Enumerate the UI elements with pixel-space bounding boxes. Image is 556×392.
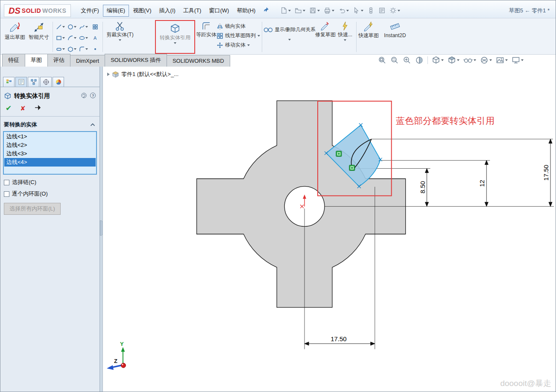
spline-tool-button[interactable] bbox=[78, 21, 89, 32]
smart-dimension-button[interactable]: 智能尺寸 bbox=[27, 20, 51, 54]
solidworks-window: DS SOLIDWORKS 文件(F) 编辑(E) 视图(V) 插入(I) 工具… bbox=[0, 0, 556, 392]
list-item-edge3[interactable]: 边线<3> bbox=[4, 149, 96, 158]
tab-evaluate[interactable]: 评估 bbox=[47, 54, 70, 67]
graphics-area[interactable]: 零件1 (默认<<默认>_... bbox=[103, 67, 556, 392]
line-tool-button[interactable] bbox=[55, 21, 66, 32]
ellipse-tool-button[interactable] bbox=[78, 32, 89, 44]
menu-tools[interactable]: 工具(T) bbox=[179, 5, 205, 17]
menu-window[interactable]: 窗口(W) bbox=[205, 5, 233, 17]
dimension-17-50-horizontal[interactable]: 17.50 bbox=[331, 335, 346, 342]
ok-button[interactable]: ✔ bbox=[6, 105, 12, 112]
inner-loops-checkbox-row[interactable]: 逐个内环面(O) bbox=[0, 186, 99, 198]
entities-to-convert-group[interactable]: 要转换的实体 bbox=[0, 117, 99, 130]
propertymanager-tab[interactable] bbox=[15, 77, 27, 87]
menu-edit[interactable]: 编辑(E) bbox=[103, 5, 129, 17]
list-item-edge2[interactable]: 边线<2> bbox=[4, 141, 96, 149]
rapid-sketch-button[interactable]: 快速草图 bbox=[358, 20, 379, 54]
entities-listbox[interactable]: 边线<1> 边线<2> 边线<3> 边线<4> bbox=[3, 131, 97, 175]
instant2d-button[interactable]: Instant2D bbox=[379, 20, 411, 54]
orientation-triad: Y Z bbox=[107, 341, 126, 370]
rapid-sketch-icon bbox=[363, 21, 374, 32]
property-manager-title: 转换实体引用 bbox=[14, 92, 50, 100]
edit-appearance-button[interactable] bbox=[480, 56, 492, 64]
manager-pane-tabs bbox=[0, 67, 99, 87]
hide-show-items-button[interactable] bbox=[463, 56, 476, 64]
panel-splitter[interactable] bbox=[100, 67, 103, 392]
polygon-tool-button[interactable] bbox=[66, 44, 78, 55]
arc-tool-button[interactable] bbox=[66, 32, 78, 44]
dimxpert-manager-tab[interactable] bbox=[40, 77, 52, 87]
slot-tool-button[interactable] bbox=[55, 44, 66, 55]
rebuild-button[interactable] bbox=[366, 6, 376, 15]
main-menus: 文件(F) 编辑(E) 视图(V) 插入(I) 工具(T) 窗口(W) 帮助(H… bbox=[77, 5, 259, 17]
repair-sketch-button[interactable]: 修复草图 bbox=[315, 20, 336, 54]
list-item-edge1[interactable]: 边线<1> bbox=[4, 132, 96, 141]
fillet-tool-button[interactable] bbox=[78, 44, 89, 55]
mirror-entities-button[interactable]: 镜向实体 bbox=[217, 23, 260, 30]
select-button[interactable] bbox=[351, 6, 365, 15]
menu-view[interactable]: 视图(V) bbox=[129, 5, 155, 17]
pin-menu-icon[interactable] bbox=[263, 6, 269, 15]
options-button[interactable] bbox=[388, 6, 401, 15]
solidworks-logo: DS SOLIDWORKS bbox=[4, 4, 71, 17]
save-button[interactable] bbox=[308, 6, 321, 15]
display-delete-relations-button[interactable]: 显示/删除几何关系 bbox=[264, 20, 315, 54]
pattern-tool-button[interactable] bbox=[89, 21, 101, 32]
trim-entities-button[interactable]: 剪裁实体(T) bbox=[105, 20, 135, 54]
display-manager-tab[interactable] bbox=[53, 77, 64, 87]
tab-mbd[interactable]: SOLIDWORKS MBD bbox=[167, 55, 230, 67]
quick-snaps-button[interactable]: 快速... bbox=[336, 20, 354, 54]
splitter-handle[interactable] bbox=[100, 220, 103, 236]
select-all-inner-loops-button[interactable]: 选择所有内环面(L) bbox=[4, 203, 61, 215]
undo-button[interactable] bbox=[337, 6, 350, 15]
select-chain-checkbox[interactable] bbox=[4, 180, 9, 185]
dimxpert-icon bbox=[43, 79, 50, 85]
configuration-icon bbox=[30, 79, 37, 85]
inner-loops-label: 逐个内环面(O) bbox=[12, 190, 48, 198]
file-properties-button[interactable] bbox=[377, 6, 387, 15]
tab-features[interactable]: 特征 bbox=[2, 54, 25, 67]
convert-entities-button[interactable]: 转换实体引用 bbox=[158, 22, 192, 44]
tab-dimxpert[interactable]: DimXpert bbox=[70, 55, 105, 67]
linear-pattern-button[interactable]: 线性草图阵列 bbox=[217, 32, 260, 39]
inner-loops-checkbox[interactable] bbox=[4, 191, 9, 197]
help-button[interactable]: ? bbox=[90, 92, 96, 100]
view-settings-button[interactable] bbox=[512, 56, 524, 64]
tab-sketch[interactable]: 草图 bbox=[25, 54, 48, 67]
dimension-8-50[interactable]: 8.50 bbox=[419, 181, 426, 193]
apply-scene-button[interactable] bbox=[496, 56, 508, 64]
detail-preview-button[interactable] bbox=[81, 92, 87, 100]
circle-tool-button[interactable] bbox=[66, 21, 78, 32]
select-chain-checkbox-row[interactable]: 选择链(C) bbox=[0, 175, 99, 186]
repair-sketch-label: 修复草图 bbox=[315, 32, 336, 38]
menu-help[interactable]: 帮助(H) bbox=[233, 5, 259, 17]
keep-visible-pin-button[interactable] bbox=[34, 104, 41, 112]
display-delete-relations-label: 显示/删除几何关系 bbox=[275, 26, 315, 32]
list-item-edge4[interactable]: 边线<4> bbox=[4, 158, 96, 167]
exit-sketch-button[interactable]: 退出草图 bbox=[3, 20, 27, 54]
dimension-17-50-vertical[interactable]: 17.50 bbox=[542, 165, 550, 181]
text-tool-button[interactable]: A bbox=[89, 32, 101, 44]
menu-insert[interactable]: 插入(I) bbox=[155, 5, 179, 17]
display-style-button[interactable] bbox=[448, 56, 459, 64]
convert-entities-highlight-box: 转换实体引用 bbox=[155, 20, 195, 54]
section-view-button[interactable] bbox=[415, 56, 424, 64]
rectangle-tool-button[interactable] bbox=[55, 32, 66, 44]
point-tool-button[interactable] bbox=[89, 44, 101, 55]
cancel-button[interactable]: ✘ bbox=[20, 105, 26, 111]
move-entities-button[interactable]: 移动实体 bbox=[217, 41, 260, 49]
new-document-button[interactable] bbox=[279, 6, 292, 15]
zoom-in-out-button[interactable] bbox=[403, 56, 411, 64]
view-orientation-button[interactable] bbox=[432, 56, 444, 64]
dimension-12[interactable]: 12 bbox=[478, 180, 486, 187]
featuremanager-tree-tab[interactable] bbox=[3, 77, 15, 87]
zoom-area-button[interactable] bbox=[390, 56, 399, 64]
display-manager-icon bbox=[55, 79, 62, 85]
offset-entities-button[interactable]: 等距实体 bbox=[196, 20, 217, 54]
tab-addins[interactable]: SOLIDWORKS 插件 bbox=[105, 54, 167, 67]
configuration-manager-tab[interactable] bbox=[28, 77, 39, 87]
open-document-button[interactable] bbox=[293, 6, 307, 15]
menu-file[interactable]: 文件(F) bbox=[77, 5, 103, 17]
print-button[interactable] bbox=[322, 6, 336, 15]
zoom-fit-button[interactable] bbox=[378, 56, 386, 64]
